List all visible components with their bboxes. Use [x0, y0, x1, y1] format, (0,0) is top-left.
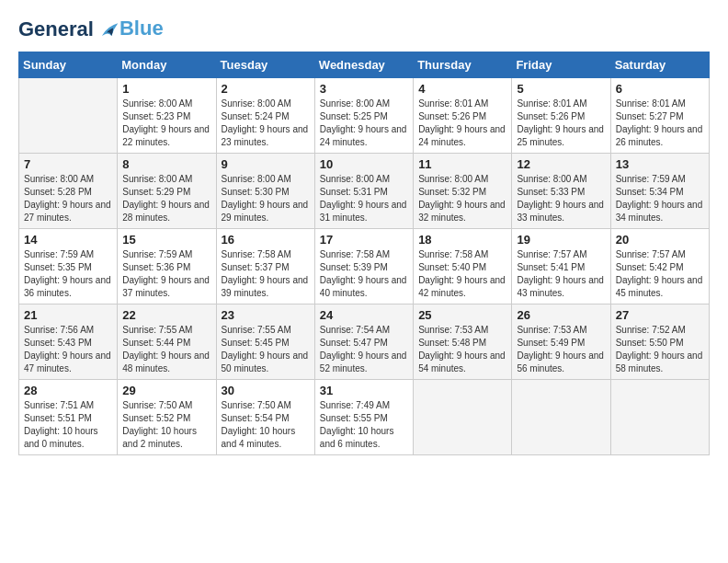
calendar-cell: 3Sunrise: 8:00 AMSunset: 5:25 PMDaylight…	[314, 78, 413, 154]
calendar-cell: 31Sunrise: 7:49 AMSunset: 5:55 PMDayligh…	[314, 380, 413, 455]
header-sunday: Sunday	[19, 52, 118, 78]
day-number: 22	[122, 308, 210, 322]
logo-text-blue: Blue	[119, 17, 164, 40]
day-number: 31	[320, 384, 408, 397]
logo: General Blue	[18, 18, 164, 42]
day-info: Sunrise: 8:00 AMSunset: 5:28 PMDaylight:…	[24, 173, 112, 224]
calendar-cell: 23Sunrise: 7:55 AMSunset: 5:45 PMDayligh…	[216, 304, 314, 380]
day-info: Sunrise: 7:53 AMSunset: 5:48 PMDaylight:…	[418, 324, 506, 375]
day-info: Sunrise: 7:50 AMSunset: 5:54 PMDaylight:…	[222, 399, 310, 451]
calendar-cell	[610, 380, 709, 455]
day-info: Sunrise: 7:50 AMSunset: 5:52 PMDaylight:…	[122, 399, 210, 451]
calendar-header-row: SundayMondayTuesdayWednesdayThursdayFrid…	[19, 52, 710, 78]
day-info: Sunrise: 7:58 AMSunset: 5:40 PMDaylight:…	[418, 248, 506, 300]
calendar-cell	[512, 380, 610, 455]
day-number: 21	[24, 308, 112, 322]
day-number: 26	[517, 308, 605, 322]
calendar-cell: 6Sunrise: 8:01 AMSunset: 5:27 PMDaylight…	[610, 78, 709, 154]
day-number: 11	[418, 157, 506, 171]
header-friday: Friday	[512, 52, 610, 78]
calendar-cell: 21Sunrise: 7:56 AMSunset: 5:43 PMDayligh…	[19, 304, 118, 380]
calendar-cell: 30Sunrise: 7:50 AMSunset: 5:54 PMDayligh…	[216, 380, 314, 455]
day-info: Sunrise: 7:51 AMSunset: 5:51 PMDaylight:…	[24, 399, 112, 451]
calendar-cell: 16Sunrise: 7:58 AMSunset: 5:37 PMDayligh…	[216, 229, 314, 304]
day-number: 19	[517, 233, 605, 247]
logo-bird-icon	[96, 18, 119, 42]
day-number: 30	[222, 384, 310, 397]
week-row-1: 1Sunrise: 8:00 AMSunset: 5:23 PMDaylight…	[19, 78, 710, 154]
day-info: Sunrise: 7:55 AMSunset: 5:44 PMDaylight:…	[122, 324, 210, 375]
day-info: Sunrise: 8:01 AMSunset: 5:27 PMDaylight:…	[616, 98, 704, 149]
day-info: Sunrise: 8:00 AMSunset: 5:29 PMDaylight:…	[122, 173, 210, 224]
day-number: 23	[222, 308, 310, 322]
header-wednesday: Wednesday	[314, 52, 413, 78]
day-number: 28	[24, 384, 112, 397]
calendar-table: SundayMondayTuesdayWednesdayThursdayFrid…	[18, 52, 710, 455]
header-tuesday: Tuesday	[216, 52, 314, 78]
calendar-cell: 11Sunrise: 8:00 AMSunset: 5:32 PMDayligh…	[414, 154, 512, 229]
week-row-5: 28Sunrise: 7:51 AMSunset: 5:51 PMDayligh…	[19, 380, 710, 455]
header-thursday: Thursday	[414, 52, 512, 78]
day-info: Sunrise: 8:00 AMSunset: 5:23 PMDaylight:…	[122, 98, 210, 149]
day-number: 18	[418, 233, 506, 247]
day-info: Sunrise: 8:00 AMSunset: 5:25 PMDaylight:…	[320, 98, 408, 149]
header-monday: Monday	[118, 52, 216, 78]
calendar-cell: 5Sunrise: 8:01 AMSunset: 5:26 PMDaylight…	[512, 78, 610, 154]
logo-text-general: General	[18, 17, 94, 40]
calendar-cell: 26Sunrise: 7:53 AMSunset: 5:49 PMDayligh…	[512, 304, 610, 380]
calendar-cell: 9Sunrise: 8:00 AMSunset: 5:30 PMDaylight…	[216, 154, 314, 229]
day-info: Sunrise: 8:00 AMSunset: 5:32 PMDaylight:…	[418, 173, 506, 224]
day-info: Sunrise: 7:53 AMSunset: 5:49 PMDaylight:…	[517, 324, 605, 375]
day-number: 16	[222, 233, 310, 247]
calendar-cell: 4Sunrise: 8:01 AMSunset: 5:26 PMDaylight…	[414, 78, 512, 154]
day-number: 29	[122, 384, 210, 397]
day-info: Sunrise: 7:57 AMSunset: 5:41 PMDaylight:…	[517, 248, 605, 300]
week-row-3: 14Sunrise: 7:59 AMSunset: 5:35 PMDayligh…	[19, 229, 710, 304]
calendar-cell: 28Sunrise: 7:51 AMSunset: 5:51 PMDayligh…	[19, 380, 118, 455]
calendar-cell: 27Sunrise: 7:52 AMSunset: 5:50 PMDayligh…	[610, 304, 709, 380]
day-info: Sunrise: 7:59 AMSunset: 5:34 PMDaylight:…	[616, 173, 704, 224]
calendar-cell: 12Sunrise: 8:00 AMSunset: 5:33 PMDayligh…	[512, 154, 610, 229]
week-row-4: 21Sunrise: 7:56 AMSunset: 5:43 PMDayligh…	[19, 304, 710, 380]
calendar-cell: 10Sunrise: 8:00 AMSunset: 5:31 PMDayligh…	[314, 154, 413, 229]
day-number: 3	[320, 82, 408, 96]
day-number: 10	[320, 157, 408, 171]
calendar-cell: 13Sunrise: 7:59 AMSunset: 5:34 PMDayligh…	[610, 154, 709, 229]
calendar-cell	[19, 78, 118, 154]
day-info: Sunrise: 7:56 AMSunset: 5:43 PMDaylight:…	[24, 324, 112, 375]
day-number: 4	[418, 82, 506, 96]
calendar-cell: 14Sunrise: 7:59 AMSunset: 5:35 PMDayligh…	[19, 229, 118, 304]
calendar-cell: 18Sunrise: 7:58 AMSunset: 5:40 PMDayligh…	[414, 229, 512, 304]
day-info: Sunrise: 8:01 AMSunset: 5:26 PMDaylight:…	[517, 98, 605, 149]
day-info: Sunrise: 8:00 AMSunset: 5:33 PMDaylight:…	[517, 173, 605, 224]
day-number: 6	[616, 82, 704, 96]
day-number: 15	[122, 233, 210, 247]
calendar-cell: 7Sunrise: 8:00 AMSunset: 5:28 PMDaylight…	[19, 154, 118, 229]
day-info: Sunrise: 7:55 AMSunset: 5:45 PMDaylight:…	[222, 324, 310, 375]
week-row-2: 7Sunrise: 8:00 AMSunset: 5:28 PMDaylight…	[19, 154, 710, 229]
day-number: 8	[122, 157, 210, 171]
day-info: Sunrise: 7:59 AMSunset: 5:36 PMDaylight:…	[122, 248, 210, 300]
calendar-cell: 22Sunrise: 7:55 AMSunset: 5:44 PMDayligh…	[118, 304, 216, 380]
day-number: 14	[24, 233, 112, 247]
calendar-cell: 1Sunrise: 8:00 AMSunset: 5:23 PMDaylight…	[118, 78, 216, 154]
day-info: Sunrise: 7:54 AMSunset: 5:47 PMDaylight:…	[320, 324, 408, 375]
day-number: 27	[616, 308, 704, 322]
day-number: 17	[320, 233, 408, 247]
calendar-cell: 8Sunrise: 8:00 AMSunset: 5:29 PMDaylight…	[118, 154, 216, 229]
day-number: 9	[222, 157, 310, 171]
day-info: Sunrise: 8:00 AMSunset: 5:30 PMDaylight:…	[222, 173, 310, 224]
day-number: 24	[320, 308, 408, 322]
day-info: Sunrise: 7:58 AMSunset: 5:39 PMDaylight:…	[320, 248, 408, 300]
day-number: 25	[418, 308, 506, 322]
calendar-cell	[414, 380, 512, 455]
day-number: 13	[616, 157, 704, 171]
page-header: General Blue	[18, 18, 710, 42]
day-info: Sunrise: 8:00 AMSunset: 5:31 PMDaylight:…	[320, 173, 408, 224]
day-info: Sunrise: 7:57 AMSunset: 5:42 PMDaylight:…	[616, 248, 704, 300]
calendar-cell: 29Sunrise: 7:50 AMSunset: 5:52 PMDayligh…	[118, 380, 216, 455]
calendar-cell: 20Sunrise: 7:57 AMSunset: 5:42 PMDayligh…	[610, 229, 709, 304]
day-number: 1	[122, 82, 210, 96]
day-info: Sunrise: 7:52 AMSunset: 5:50 PMDaylight:…	[616, 324, 704, 375]
day-info: Sunrise: 7:49 AMSunset: 5:55 PMDaylight:…	[320, 399, 408, 451]
